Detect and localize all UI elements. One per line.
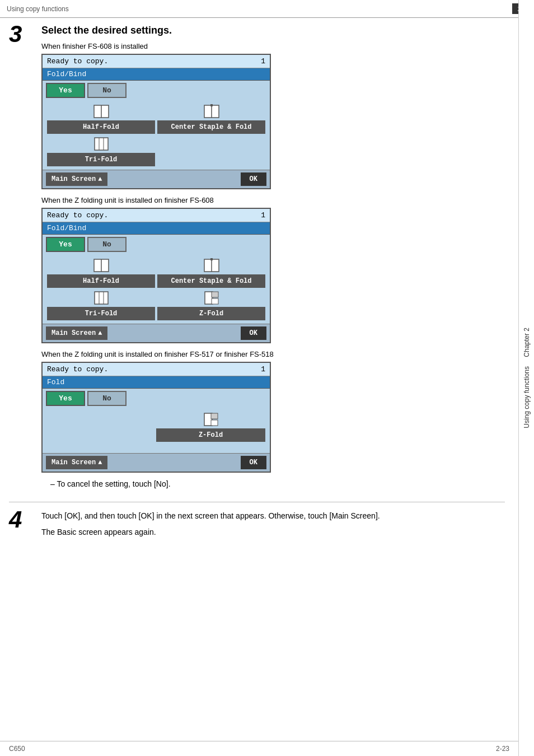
center-fold-svg [203, 104, 220, 119]
screen3-section-title: Fold [43, 376, 270, 389]
sidebar-section: Using copy functions [523, 362, 531, 433]
screen2-tri-fold-option: Tri-Fold [47, 290, 155, 320]
right-sidebar: Chapter 2 Using copy functions [518, 0, 534, 756]
screen1-status-text: Ready to copy. [47, 57, 108, 66]
main-content: 3 Select the desired settings. When fini… [0, 18, 518, 558]
screen3-z-fold-svg [203, 412, 219, 427]
screen1-center-fold-icon [203, 104, 221, 119]
screen2-z-fold-btn[interactable]: Z-Fold [157, 307, 265, 320]
screen3-no-btn[interactable]: No [87, 391, 127, 406]
step-3-block: 3 Select the desired settings. When fini… [9, 25, 505, 493]
screen1-half-fold-icon [92, 104, 110, 119]
step4-text1: Touch [OK], and then touch [OK] in the n… [41, 510, 505, 522]
screen2-tri-fold-icon [92, 290, 110, 306]
screen2-section-title: Fold/Bind [43, 222, 270, 235]
screen1-half-fold-option: Half-Fold [47, 104, 155, 134]
screen1-tri-fold-option: Tri-Fold [47, 136, 155, 166]
screen1-center-fold-btn[interactable]: Center Staple & Fold [157, 120, 265, 134]
ui-screen-1: Ready to copy. 1 Fold/Bind Yes No [41, 54, 271, 189]
sidebar-chapter: Chapter 2 [523, 323, 531, 362]
ui-screen-2: Ready to copy. 1 Fold/Bind Yes No [41, 208, 271, 343]
svg-rect-21 [211, 420, 218, 426]
screen2-half-fold-option: Half-Fold [47, 258, 155, 288]
screen3-yes-btn[interactable]: Yes [46, 391, 85, 406]
step4-text2: The Basic screen appears again. [41, 526, 505, 538]
screen2-center-fold-btn[interactable]: Center Staple & Fold [157, 274, 265, 288]
svg-rect-20 [211, 413, 218, 419]
screen2-label: When the Z folding unit is installed on … [41, 196, 505, 204]
screen2-z-fold-svg [204, 291, 219, 305]
screen3-z-fold-icon [202, 412, 220, 427]
screen2-center-fold-svg [203, 258, 220, 273]
screen3-arrow-icon: ▲ [98, 459, 102, 466]
screen2-fold-grid: Half-Fold Center Staple & Fold [43, 254, 270, 324]
screen2-ok-btn[interactable]: OK [241, 326, 266, 340]
screen2-center-fold-option: Center Staple & Fold [157, 258, 265, 288]
screen1-center-fold-option: Center Staple & Fold [157, 104, 265, 134]
screen1-half-fold-btn[interactable]: Half-Fold [47, 120, 155, 134]
screen2-z-fold-icon [203, 290, 221, 306]
screen1-main-screen-btn[interactable]: Main Screen ▲ [46, 172, 107, 186]
tri-fold-svg [93, 137, 109, 151]
screen2-z-fold-option: Z-Fold [157, 290, 265, 320]
screen1-arrow-icon: ▲ [98, 175, 102, 183]
page-header: Using copy functions 2 [0, 0, 534, 18]
screen3-main-screen-btn[interactable]: Main Screen ▲ [46, 456, 107, 469]
step-3-content: Select the desired settings. When finish… [41, 25, 505, 493]
screen1-section-title: Fold/Bind [43, 68, 270, 81]
screen2-main-screen-btn[interactable]: Main Screen ▲ [46, 326, 107, 340]
screen2-bottom-bar: Main Screen ▲ OK [43, 324, 270, 342]
step-4-number: 4 [9, 508, 37, 531]
screen2-status-bar: Ready to copy. 1 [43, 209, 270, 222]
step-3-heading: Select the desired settings. [41, 25, 505, 36]
screen2-center-fold-icon [203, 258, 221, 273]
screen2-tri-fold-btn[interactable]: Tri-Fold [47, 307, 155, 320]
screen1-tri-fold-btn[interactable]: Tri-Fold [47, 153, 155, 166]
step-3-number: 3 [9, 22, 37, 46]
screen1-fold-grid: Half-Fold Center Staple & Fold [43, 100, 270, 170]
screen3-status-bar: Ready to copy. 1 [43, 363, 270, 376]
screen2-no-btn[interactable]: No [87, 237, 127, 252]
screen2-half-fold-svg [93, 258, 110, 273]
screen3-label: When the Z folding unit is installed on … [41, 350, 505, 358]
screen3-status-text: Ready to copy. [47, 365, 108, 374]
screen2-status-text: Ready to copy. [47, 211, 108, 220]
screen1-bottom-bar: Main Screen ▲ OK [43, 170, 270, 188]
half-fold-svg [93, 104, 110, 119]
screen3-z-fold-btn[interactable]: Z-Fold [156, 428, 265, 442]
cancel-note: – To cancel the setting, touch [No]. [41, 479, 505, 488]
step-4-block: 4 Touch [OK], and then touch [OK] in the… [9, 510, 505, 543]
svg-rect-17 [212, 292, 218, 297]
screen1-status-bar: Ready to copy. 1 [43, 55, 270, 68]
screen1-no-btn[interactable]: No [87, 83, 127, 98]
screen2-half-fold-btn[interactable]: Half-Fold [47, 274, 155, 288]
screen2-btn-row: Yes No [43, 235, 270, 254]
screen1-status-num: 1 [261, 57, 265, 66]
header-title: Using copy functions [7, 5, 69, 13]
step-4-content: Touch [OK], and then touch [OK] in the n… [41, 510, 505, 543]
screen2-half-fold-icon [92, 258, 110, 273]
screen1-ok-btn[interactable]: OK [241, 172, 266, 186]
svg-rect-12 [210, 258, 213, 260]
footer-left: C650 [9, 745, 25, 753]
svg-rect-18 [212, 298, 218, 304]
svg-rect-13 [95, 292, 108, 304]
screen2-arrow-icon: ▲ [98, 329, 102, 337]
screen3-status-num: 1 [261, 365, 265, 374]
screen2-tri-fold-svg [93, 291, 109, 305]
screen3-bottom-bar: Main Screen ▲ OK [43, 453, 270, 472]
screen3-empty-left [47, 412, 156, 450]
section-divider [9, 502, 505, 502]
screen1-btn-row: Yes No [43, 81, 270, 100]
screen2-status-num: 1 [261, 211, 265, 220]
screen1-yes-btn[interactable]: Yes [46, 83, 85, 98]
screen1-label: When finisher FS-608 is installed [41, 42, 505, 50]
ui-screen-3: Ready to copy. 1 Fold Yes No [41, 362, 271, 473]
screen2-yes-btn[interactable]: Yes [46, 237, 85, 252]
page-footer: C650 2-23 [0, 741, 518, 756]
svg-rect-5 [95, 138, 108, 150]
screen3-ok-btn[interactable]: OK [241, 456, 266, 469]
screen3-btn-row: Yes No [43, 389, 270, 408]
screen1-tri-fold-icon [92, 136, 110, 152]
screen3-z-fold-option: Z-Fold [156, 412, 265, 450]
